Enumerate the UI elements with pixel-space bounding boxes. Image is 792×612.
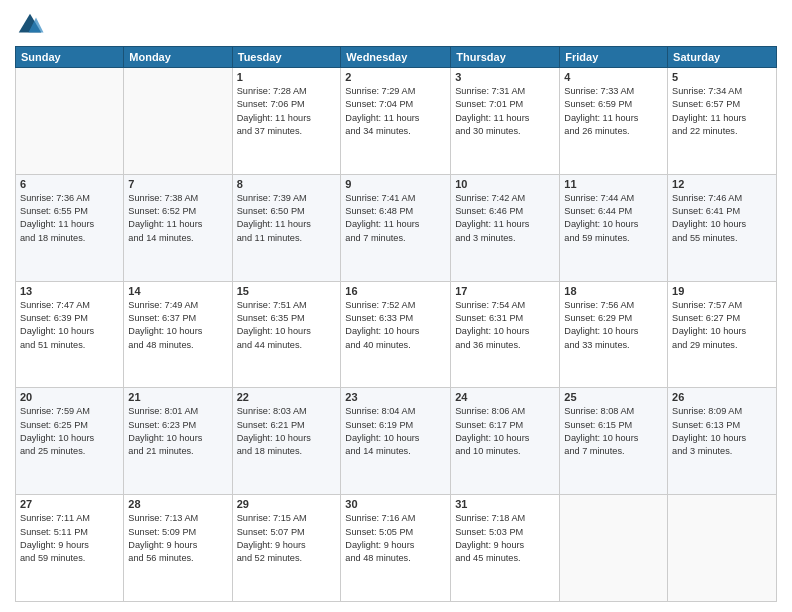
day-info: Sunrise: 8:04 AMSunset: 6:19 PMDaylight:… (345, 405, 446, 458)
day-info: Sunrise: 7:41 AMSunset: 6:48 PMDaylight:… (345, 192, 446, 245)
week-row-2: 6Sunrise: 7:36 AMSunset: 6:55 PMDaylight… (16, 174, 777, 281)
day-info: Sunrise: 7:59 AMSunset: 6:25 PMDaylight:… (20, 405, 119, 458)
calendar-cell: 9Sunrise: 7:41 AMSunset: 6:48 PMDaylight… (341, 174, 451, 281)
calendar-cell (16, 68, 124, 175)
day-info: Sunrise: 7:42 AMSunset: 6:46 PMDaylight:… (455, 192, 555, 245)
calendar-cell (560, 495, 668, 602)
day-number: 1 (237, 71, 337, 83)
day-info: Sunrise: 7:33 AMSunset: 6:59 PMDaylight:… (564, 85, 663, 138)
calendar-cell: 18Sunrise: 7:56 AMSunset: 6:29 PMDayligh… (560, 281, 668, 388)
calendar-cell: 26Sunrise: 8:09 AMSunset: 6:13 PMDayligh… (668, 388, 777, 495)
calendar-cell: 28Sunrise: 7:13 AMSunset: 5:09 PMDayligh… (124, 495, 232, 602)
weekday-header-sunday: Sunday (16, 47, 124, 68)
day-info: Sunrise: 7:39 AMSunset: 6:50 PMDaylight:… (237, 192, 337, 245)
day-number: 8 (237, 178, 337, 190)
day-number: 7 (128, 178, 227, 190)
day-number: 26 (672, 391, 772, 403)
calendar-cell: 5Sunrise: 7:34 AMSunset: 6:57 PMDaylight… (668, 68, 777, 175)
calendar-cell: 1Sunrise: 7:28 AMSunset: 7:06 PMDaylight… (232, 68, 341, 175)
calendar-cell: 29Sunrise: 7:15 AMSunset: 5:07 PMDayligh… (232, 495, 341, 602)
calendar-cell: 31Sunrise: 7:18 AMSunset: 5:03 PMDayligh… (451, 495, 560, 602)
calendar-cell (124, 68, 232, 175)
weekday-header-thursday: Thursday (451, 47, 560, 68)
day-info: Sunrise: 7:31 AMSunset: 7:01 PMDaylight:… (455, 85, 555, 138)
day-number: 6 (20, 178, 119, 190)
calendar-cell: 19Sunrise: 7:57 AMSunset: 6:27 PMDayligh… (668, 281, 777, 388)
day-number: 4 (564, 71, 663, 83)
calendar-cell: 12Sunrise: 7:46 AMSunset: 6:41 PMDayligh… (668, 174, 777, 281)
day-info: Sunrise: 7:44 AMSunset: 6:44 PMDaylight:… (564, 192, 663, 245)
day-number: 10 (455, 178, 555, 190)
calendar-cell: 8Sunrise: 7:39 AMSunset: 6:50 PMDaylight… (232, 174, 341, 281)
day-number: 24 (455, 391, 555, 403)
calendar-cell: 23Sunrise: 8:04 AMSunset: 6:19 PMDayligh… (341, 388, 451, 495)
day-info: Sunrise: 7:54 AMSunset: 6:31 PMDaylight:… (455, 299, 555, 352)
day-info: Sunrise: 7:36 AMSunset: 6:55 PMDaylight:… (20, 192, 119, 245)
page-header (15, 10, 777, 40)
weekday-header-wednesday: Wednesday (341, 47, 451, 68)
day-info: Sunrise: 7:57 AMSunset: 6:27 PMDaylight:… (672, 299, 772, 352)
weekday-header-friday: Friday (560, 47, 668, 68)
calendar-cell: 14Sunrise: 7:49 AMSunset: 6:37 PMDayligh… (124, 281, 232, 388)
week-row-1: 1Sunrise: 7:28 AMSunset: 7:06 PMDaylight… (16, 68, 777, 175)
day-info: Sunrise: 7:56 AMSunset: 6:29 PMDaylight:… (564, 299, 663, 352)
calendar-cell: 30Sunrise: 7:16 AMSunset: 5:05 PMDayligh… (341, 495, 451, 602)
day-number: 15 (237, 285, 337, 297)
day-number: 19 (672, 285, 772, 297)
day-info: Sunrise: 8:06 AMSunset: 6:17 PMDaylight:… (455, 405, 555, 458)
calendar-cell: 16Sunrise: 7:52 AMSunset: 6:33 PMDayligh… (341, 281, 451, 388)
day-info: Sunrise: 7:38 AMSunset: 6:52 PMDaylight:… (128, 192, 227, 245)
calendar-cell: 2Sunrise: 7:29 AMSunset: 7:04 PMDaylight… (341, 68, 451, 175)
calendar-cell: 15Sunrise: 7:51 AMSunset: 6:35 PMDayligh… (232, 281, 341, 388)
day-info: Sunrise: 8:09 AMSunset: 6:13 PMDaylight:… (672, 405, 772, 458)
day-number: 23 (345, 391, 446, 403)
week-row-5: 27Sunrise: 7:11 AMSunset: 5:11 PMDayligh… (16, 495, 777, 602)
day-number: 31 (455, 498, 555, 510)
day-info: Sunrise: 7:18 AMSunset: 5:03 PMDaylight:… (455, 512, 555, 565)
day-number: 9 (345, 178, 446, 190)
day-info: Sunrise: 7:34 AMSunset: 6:57 PMDaylight:… (672, 85, 772, 138)
day-number: 11 (564, 178, 663, 190)
calendar-cell: 24Sunrise: 8:06 AMSunset: 6:17 PMDayligh… (451, 388, 560, 495)
week-row-4: 20Sunrise: 7:59 AMSunset: 6:25 PMDayligh… (16, 388, 777, 495)
day-number: 28 (128, 498, 227, 510)
week-row-3: 13Sunrise: 7:47 AMSunset: 6:39 PMDayligh… (16, 281, 777, 388)
weekday-header-monday: Monday (124, 47, 232, 68)
day-info: Sunrise: 8:01 AMSunset: 6:23 PMDaylight:… (128, 405, 227, 458)
day-number: 20 (20, 391, 119, 403)
day-number: 25 (564, 391, 663, 403)
day-info: Sunrise: 7:15 AMSunset: 5:07 PMDaylight:… (237, 512, 337, 565)
calendar-table: SundayMondayTuesdayWednesdayThursdayFrid… (15, 46, 777, 602)
calendar-cell: 11Sunrise: 7:44 AMSunset: 6:44 PMDayligh… (560, 174, 668, 281)
day-info: Sunrise: 7:16 AMSunset: 5:05 PMDaylight:… (345, 512, 446, 565)
weekday-header-tuesday: Tuesday (232, 47, 341, 68)
calendar-cell: 10Sunrise: 7:42 AMSunset: 6:46 PMDayligh… (451, 174, 560, 281)
day-number: 16 (345, 285, 446, 297)
calendar-cell: 3Sunrise: 7:31 AMSunset: 7:01 PMDaylight… (451, 68, 560, 175)
day-number: 5 (672, 71, 772, 83)
day-info: Sunrise: 8:03 AMSunset: 6:21 PMDaylight:… (237, 405, 337, 458)
day-number: 12 (672, 178, 772, 190)
calendar-cell: 7Sunrise: 7:38 AMSunset: 6:52 PMDaylight… (124, 174, 232, 281)
day-info: Sunrise: 7:52 AMSunset: 6:33 PMDaylight:… (345, 299, 446, 352)
day-number: 30 (345, 498, 446, 510)
calendar-cell: 13Sunrise: 7:47 AMSunset: 6:39 PMDayligh… (16, 281, 124, 388)
day-number: 27 (20, 498, 119, 510)
day-number: 22 (237, 391, 337, 403)
day-info: Sunrise: 8:08 AMSunset: 6:15 PMDaylight:… (564, 405, 663, 458)
weekday-header-row: SundayMondayTuesdayWednesdayThursdayFrid… (16, 47, 777, 68)
calendar-cell: 27Sunrise: 7:11 AMSunset: 5:11 PMDayligh… (16, 495, 124, 602)
day-info: Sunrise: 7:46 AMSunset: 6:41 PMDaylight:… (672, 192, 772, 245)
day-number: 3 (455, 71, 555, 83)
day-info: Sunrise: 7:47 AMSunset: 6:39 PMDaylight:… (20, 299, 119, 352)
calendar-cell: 4Sunrise: 7:33 AMSunset: 6:59 PMDaylight… (560, 68, 668, 175)
day-number: 2 (345, 71, 446, 83)
day-info: Sunrise: 7:13 AMSunset: 5:09 PMDaylight:… (128, 512, 227, 565)
weekday-header-saturday: Saturday (668, 47, 777, 68)
day-info: Sunrise: 7:29 AMSunset: 7:04 PMDaylight:… (345, 85, 446, 138)
calendar-cell (668, 495, 777, 602)
calendar-cell: 6Sunrise: 7:36 AMSunset: 6:55 PMDaylight… (16, 174, 124, 281)
day-number: 18 (564, 285, 663, 297)
day-info: Sunrise: 7:51 AMSunset: 6:35 PMDaylight:… (237, 299, 337, 352)
day-info: Sunrise: 7:28 AMSunset: 7:06 PMDaylight:… (237, 85, 337, 138)
